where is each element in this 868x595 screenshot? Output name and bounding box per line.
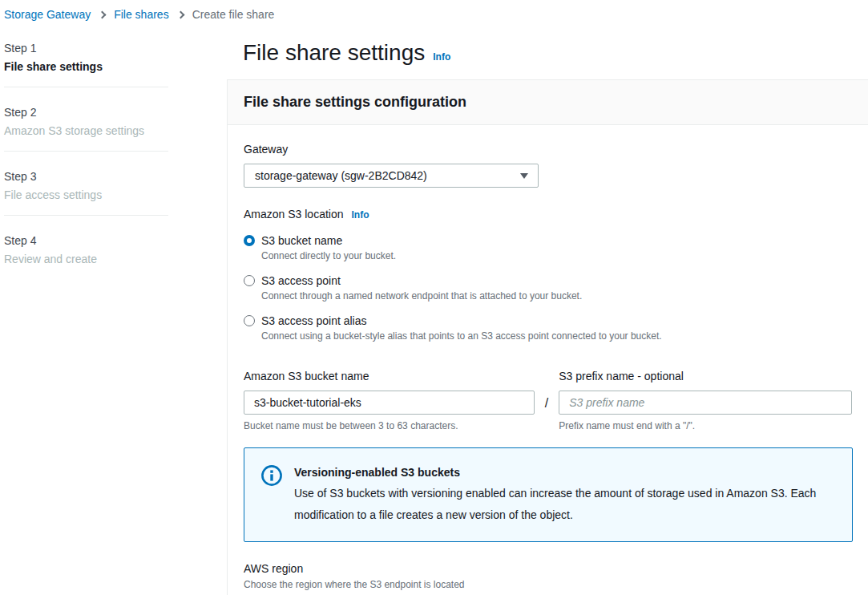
aws-region-description: Choose the region where the S3 endpoint … (244, 578, 852, 591)
step-number: Step 3 (4, 168, 168, 184)
radio-unselected-icon[interactable] (244, 315, 255, 326)
bucket-fields-row: Amazon S3 bucket name Bucket name must b… (244, 368, 852, 431)
file-share-settings-panel: File share settings configuration Gatewa… (227, 79, 868, 595)
gateway-label: Gateway (244, 141, 852, 157)
panel-header: File share settings configuration (228, 80, 868, 125)
bucket-name-helper: Bucket name must be between 3 to 63 char… (244, 420, 535, 431)
versioning-info-alert: Versioning-enabled S3 buckets Use of S3 … (244, 447, 853, 542)
step-name: Review and create (4, 251, 168, 267)
aws-region-field: AWS region Choose the region where the S… (244, 561, 852, 595)
bucket-name-input[interactable] (244, 391, 535, 415)
bucket-name-field: Amazon S3 bucket name Bucket name must b… (244, 368, 535, 431)
prefix-helper: Prefix name must end with a "/". (559, 420, 852, 431)
page-title: File share settings (243, 40, 425, 66)
radio-label: S3 bucket name (261, 234, 342, 247)
gateway-select[interactable]: storage-gateway (sgw-2B2CD842) (244, 164, 539, 188)
s3-location-group: Amazon S3 location Info S3 bucket name C… (244, 206, 852, 342)
breadcrumb: Storage Gateway File shares Create file … (0, 0, 868, 21)
gateway-field: Gateway storage-gateway (sgw-2B2CD842) (244, 141, 852, 188)
step-name: File share settings (4, 59, 168, 75)
aws-region-label: AWS region (244, 561, 852, 577)
chevron-right-icon (99, 10, 107, 18)
radio-description: Connect directly to your bucket. (261, 249, 396, 262)
chevron-right-icon (176, 10, 184, 18)
chevron-down-icon (520, 173, 528, 179)
gateway-selected-value: storage-gateway (sgw-2B2CD842) (255, 169, 427, 182)
radio-s3-bucket-name[interactable]: S3 bucket name Connect directly to your … (244, 233, 852, 262)
step-number: Step 4 (4, 233, 168, 249)
alert-text: Use of S3 buckets with versioning enable… (294, 483, 836, 526)
radio-selected-icon[interactable] (244, 235, 255, 246)
step-item-3: Step 3 File access settings (4, 151, 168, 215)
panel-title: File share settings configuration (244, 94, 852, 111)
alert-title: Versioning-enabled S3 buckets (294, 462, 836, 483)
radio-s3-access-point-alias[interactable]: S3 access point alias Connect using a bu… (244, 313, 852, 342)
radio-label: S3 access point alias (261, 314, 367, 327)
bucket-name-label: Amazon S3 bucket name (244, 368, 535, 384)
step-item-2: Step 2 Amazon S3 storage settings (4, 87, 168, 151)
wizard-steps-sidebar: Step 1 File share settings Step 2 Amazon… (0, 21, 227, 595)
step-item-4: Step 4 Review and create (4, 215, 168, 279)
step-number: Step 1 (4, 40, 168, 56)
radio-description: Connect using a bucket-style alias that … (261, 330, 662, 342)
step-name: Amazon S3 storage settings (4, 123, 168, 139)
step-item-1: Step 1 File share settings (4, 40, 168, 87)
prefix-field: S3 prefix name - optional Prefix name mu… (559, 368, 852, 431)
radio-unselected-icon[interactable] (244, 275, 255, 286)
breadcrumb-link-file-shares[interactable]: File shares (114, 8, 168, 21)
step-name: File access settings (4, 187, 168, 203)
radio-label: S3 access point (261, 274, 341, 287)
page-title-info-link[interactable]: Info (433, 51, 450, 63)
info-circle-icon (260, 464, 283, 526)
breadcrumb-link-storage-gateway[interactable]: Storage Gateway (4, 8, 91, 21)
prefix-input[interactable] (559, 391, 852, 415)
s3-location-label: Amazon S3 location (244, 206, 344, 222)
step-number: Step 2 (4, 104, 168, 120)
main-content: File share settings Info File share sett… (227, 21, 868, 595)
breadcrumb-current: Create file share (192, 8, 275, 21)
radio-description: Connect through a named network endpoint… (261, 289, 582, 302)
radio-s3-access-point[interactable]: S3 access point Connect through a named … (244, 273, 852, 302)
prefix-label: S3 prefix name - optional (559, 368, 852, 384)
path-separator: / (545, 368, 548, 411)
s3-location-info-link[interactable]: Info (352, 209, 369, 221)
